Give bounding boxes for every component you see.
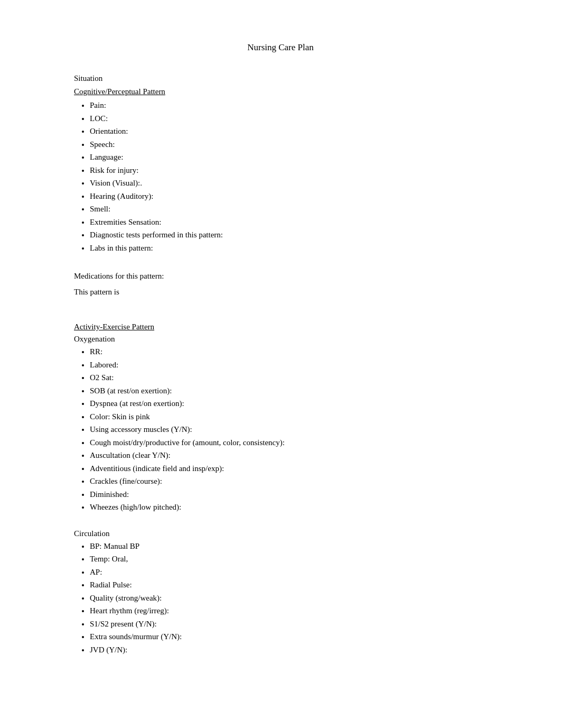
circulation-heading: Circulation — [74, 529, 519, 538]
list-item: Diminished: — [90, 489, 519, 501]
list-item: Color: Skin is pink — [90, 411, 519, 423]
activity-exercise-heading: Activity-Exercise Pattern — [74, 322, 519, 331]
list-item: Labored: — [90, 359, 519, 371]
list-item: Labs in this pattern: — [90, 242, 519, 254]
medications-label: Medications for this pattern: — [74, 270, 519, 282]
list-item: Radial Pulse: — [90, 579, 519, 591]
list-item: Speech: — [90, 139, 519, 151]
list-item: Smell: — [90, 203, 519, 215]
situation-label: Situation — [74, 74, 519, 83]
circulation-list: BP: Manual BP Temp: Oral, AP: Radial Pul… — [90, 540, 519, 656]
cognitive-perceptual-heading: Cognitive/Perceptual Pattern — [74, 87, 519, 96]
list-item: Temp: Oral, — [90, 553, 519, 565]
list-item: Pain: — [90, 99, 519, 112]
list-item: Using accessory muscles (Y/N): — [90, 423, 519, 436]
list-item: Adventitious (indicate field and insp/ex… — [90, 463, 519, 475]
list-item: Hearing (Auditory): — [90, 190, 519, 202]
page-title: Nursing Care Plan — [42, 42, 519, 53]
list-item: LOC: — [90, 113, 519, 125]
list-item: Diagnostic tests performed in this patte… — [90, 229, 519, 241]
list-item: Heart rhythm (reg/irreg): — [90, 605, 519, 617]
oxygenation-heading: Oxygenation — [74, 335, 519, 344]
list-item: Language: — [90, 151, 519, 163]
list-item: Crackles (fine/course): — [90, 475, 519, 487]
list-item: AP: — [90, 566, 519, 578]
list-item: Auscultation (clear Y/N): — [90, 449, 519, 462]
list-item: Vision (Visual):. — [90, 177, 519, 189]
list-item: O2 Sat: — [90, 372, 519, 384]
pattern-is-label: This pattern is — [74, 285, 519, 298]
list-item: RR: — [90, 346, 519, 358]
list-item: Dyspnea (at rest/on exertion): — [90, 398, 519, 410]
list-item: Extra sounds/murmur (Y/N): — [90, 631, 519, 643]
list-item: JVD (Y/N): — [90, 644, 519, 656]
cognitive-list: Pain: LOC: Orientation: Speech: Language… — [90, 99, 519, 254]
list-item: Orientation: — [90, 125, 519, 137]
list-item: Extremities Sensation: — [90, 216, 519, 228]
list-item: S1/S2 present (Y/N): — [90, 618, 519, 630]
list-item: Cough moist/dry/productive for (amount, … — [90, 437, 519, 449]
list-item: SOB (at rest/on exertion): — [90, 385, 519, 397]
list-item: Wheezes (high/low pitched): — [90, 501, 519, 513]
list-item: Quality (strong/weak): — [90, 592, 519, 604]
list-item: Risk for injury: — [90, 164, 519, 177]
list-item: BP: Manual BP — [90, 540, 519, 552]
oxygenation-list: RR: Labored: O2 Sat: SOB (at rest/on exe… — [90, 346, 519, 513]
